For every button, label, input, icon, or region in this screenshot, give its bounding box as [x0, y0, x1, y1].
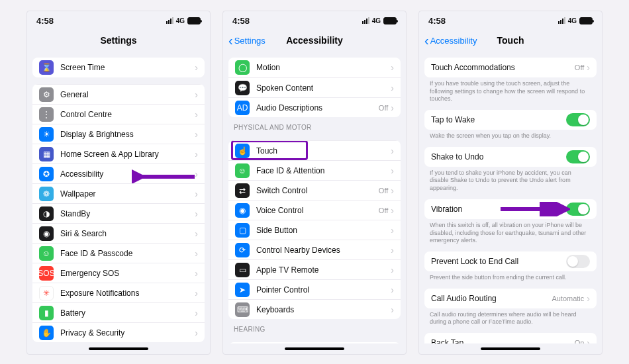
row-wallpaper[interactable]: ❁Wallpaper›: [32, 183, 205, 203]
row-voice-control[interactable]: ◉Voice ControlOff›: [228, 200, 401, 220]
row-siri-search[interactable]: ◉Siri & Search›: [32, 223, 205, 243]
row-spoken-content[interactable]: 💬Spoken Content›: [228, 77, 401, 97]
footer-text: When this switch is off, all vibration o…: [419, 219, 602, 245]
row-touch-accommodations[interactable]: Touch Accommodations Off ›: [424, 58, 597, 77]
row-apple-tv-remote[interactable]: ▭Apple TV Remote›: [228, 259, 401, 279]
chevron-icon: ›: [195, 109, 198, 120]
chevron-icon: ›: [391, 165, 394, 176]
row-motion[interactable]: ◯Motion›: [228, 58, 401, 77]
signal-icon: [362, 17, 369, 24]
faceid-attention-icon: ☺: [235, 163, 250, 178]
row-prevent-lock[interactable]: Prevent Lock to End Call: [424, 251, 597, 271]
battery-icon: [383, 17, 397, 24]
chevron-icon: ›: [391, 285, 394, 295]
row-label: Display & Brightness: [60, 130, 195, 139]
row-battery[interactable]: ▮Battery›: [32, 302, 205, 322]
chevron-icon: ›: [587, 338, 590, 343]
chevron-icon: ›: [391, 62, 394, 73]
chevron-icon: ›: [391, 265, 394, 275]
status-time: 4:58: [232, 16, 250, 26]
row-home-screen[interactable]: ▦Home Screen & App Library›: [32, 144, 205, 163]
row-privacy-security[interactable]: ✋Privacy & Security›: [32, 322, 205, 342]
row-faceid-passcode[interactable]: ☺Face ID & Passcode›: [32, 243, 205, 263]
row-label: Emergency SOS: [60, 269, 195, 278]
row-general[interactable]: ⚙General›: [32, 84, 205, 104]
chevron-icon: ›: [391, 185, 394, 196]
battery-icon: [579, 17, 593, 24]
row-side-button[interactable]: ▢Side Button›: [228, 220, 401, 240]
row-hearing-devices[interactable]: 👂Hearing Devices›: [228, 342, 401, 343]
row-label: Screen Time: [60, 63, 195, 72]
row-label: Shake to Undo: [431, 152, 566, 161]
row-label: StandBy: [60, 209, 195, 218]
row-label: Keyboards: [256, 305, 391, 314]
row-label: Motion: [256, 63, 391, 72]
row-keyboards[interactable]: ⌨Keyboards›: [228, 299, 401, 319]
exposure-icon: ✳: [39, 286, 54, 300]
row-value: Off: [379, 104, 388, 112]
row-switch-control[interactable]: ⇄Switch ControlOff›: [228, 180, 401, 200]
toggle-switch[interactable]: [566, 113, 590, 126]
row-label: Exposure Notifications: [60, 289, 195, 298]
toggle-switch[interactable]: [566, 203, 590, 216]
row-label: Control Nearby Devices: [256, 246, 391, 255]
row-standby[interactable]: ◑StandBy›: [32, 203, 205, 223]
toggle-switch[interactable]: [566, 255, 590, 268]
status-bar: 4:58 4G: [419, 11, 602, 30]
row-audio-descriptions[interactable]: ADAudio DescriptionsOff›: [228, 97, 401, 117]
toggle-switch[interactable]: [566, 150, 590, 163]
back-button[interactable]: Settings: [228, 36, 266, 46]
wallpaper-icon: ❁: [39, 187, 54, 201]
chevron-icon: ›: [391, 304, 394, 315]
battery-icon: ▮: [39, 306, 54, 320]
network-label: 4G: [568, 17, 577, 24]
chevron-icon: ›: [195, 89, 198, 100]
row-label: Privacy & Security: [60, 328, 195, 338]
touch-icon: ☝: [235, 144, 250, 158]
row-display-brightness[interactable]: ☀Display & Brightness›: [32, 124, 205, 144]
page-title: Settings: [100, 35, 136, 46]
side-button-icon: ▢: [235, 223, 250, 238]
row-value: On: [575, 339, 585, 343]
row-call-audio-routing[interactable]: Call Audio Routing Automatic ›: [424, 289, 597, 308]
chevron-icon: ›: [195, 268, 198, 279]
phone-touch: 4:58 4G Accessibility Touch Touch Accomm…: [418, 11, 603, 355]
chevron-icon: ›: [195, 248, 198, 259]
general-icon: ⚙: [39, 87, 54, 102]
row-screen-time[interactable]: ⌛Screen Time›: [32, 58, 205, 77]
back-button[interactable]: Accessibility: [424, 36, 477, 46]
footer-text: If you tend to shake your iPhone by acci…: [419, 167, 602, 193]
chevron-icon: ›: [195, 62, 198, 73]
chevron-icon: ›: [195, 308, 198, 318]
row-control-centre[interactable]: ⋮Control Centre›: [32, 104, 205, 124]
row-label: Switch Control: [256, 186, 379, 195]
control-nearby-icon: ⟳: [235, 243, 250, 257]
row-label: Tap to Wake: [431, 115, 566, 124]
row-exposure[interactable]: ✳Exposure Notifications›: [32, 283, 205, 302]
row-vibration[interactable]: Vibration: [424, 199, 597, 219]
row-label: Siri & Search: [60, 229, 195, 238]
row-shake-to-undo[interactable]: Shake to Undo: [424, 147, 597, 167]
row-label: Voice Control: [256, 206, 379, 215]
siri-search-icon: ◉: [39, 226, 54, 241]
chevron-icon: ›: [195, 208, 198, 219]
phone-accessibility: 4:58 4G Settings Accessibility ◯Motion›💬…: [222, 11, 407, 355]
row-label: Battery: [60, 308, 195, 318]
row-back-tap[interactable]: Back Tap On ›: [424, 333, 597, 343]
row-accessibility[interactable]: ✪Accessibility›: [32, 163, 205, 183]
row-label: Wallpaper: [60, 189, 195, 199]
network-label: 4G: [176, 17, 185, 24]
row-pointer-control[interactable]: ➤Pointer Control›: [228, 279, 401, 299]
chevron-icon: ›: [587, 62, 590, 73]
row-tap-to-wake[interactable]: Tap to Wake: [424, 110, 597, 130]
row-control-nearby[interactable]: ⟳Control Nearby Devices›: [228, 240, 401, 259]
row-label: Home Screen & App Library: [60, 150, 195, 159]
group-header-physical: Physical and Motor: [223, 117, 406, 134]
row-touch[interactable]: ☝Touch›: [228, 140, 401, 160]
row-faceid-attention[interactable]: ☺Face ID & Attention›: [228, 160, 401, 180]
row-label: Side Button: [256, 226, 391, 235]
chevron-icon: ›: [391, 245, 394, 255]
status-time: 4:58: [36, 16, 54, 26]
row-emergency-sos[interactable]: SOSEmergency SOS›: [32, 263, 205, 283]
home-indicator: [481, 347, 540, 350]
